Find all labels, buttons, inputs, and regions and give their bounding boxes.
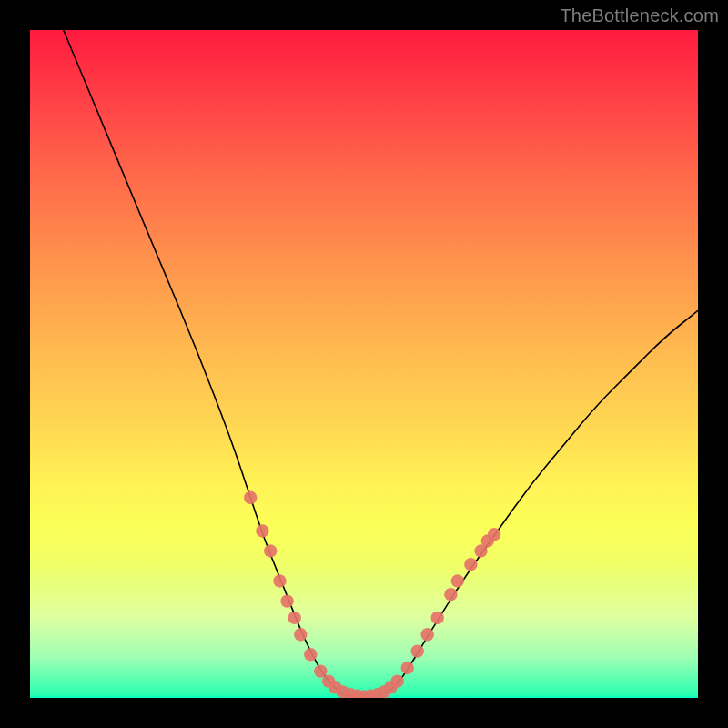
data-marker <box>264 544 277 557</box>
marker-group <box>244 491 500 698</box>
data-marker <box>391 674 404 687</box>
data-marker <box>451 574 464 587</box>
watermark-text: TheBottleneck.com <box>560 5 719 26</box>
data-marker <box>294 628 307 641</box>
data-marker <box>431 612 444 624</box>
data-marker <box>421 628 434 641</box>
data-marker <box>464 558 477 571</box>
data-marker <box>273 574 286 587</box>
bottleneck-curve <box>64 30 698 698</box>
data-marker <box>280 594 293 607</box>
chart-frame: TheBottleneck.com <box>0 0 728 728</box>
curve-layer <box>30 30 698 698</box>
data-marker <box>411 644 424 657</box>
data-marker <box>244 491 257 504</box>
data-marker <box>444 588 457 601</box>
data-marker <box>288 612 301 624</box>
data-marker <box>401 662 414 674</box>
data-marker <box>304 648 317 661</box>
data-marker <box>488 528 500 541</box>
plot-area <box>30 30 698 698</box>
data-marker <box>256 524 268 537</box>
